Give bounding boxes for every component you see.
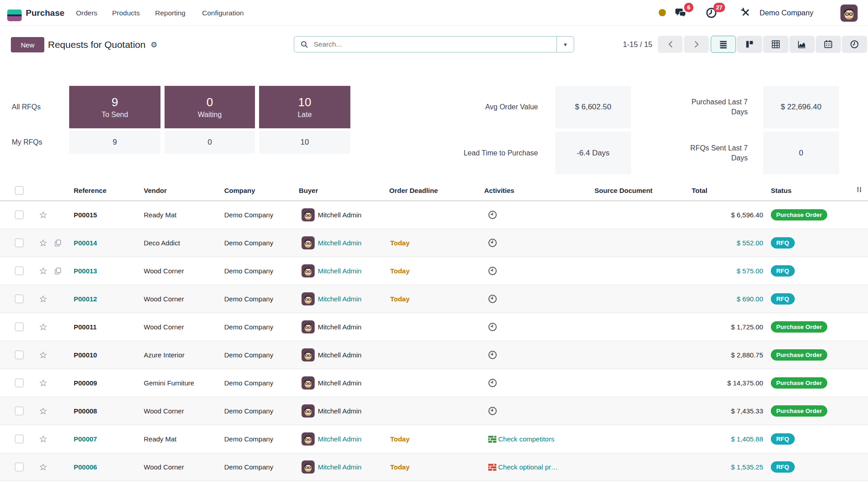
rfq-row[interactable]: ☆P00009Gemini FurnitureDemo CompanyMitch… — [0, 369, 868, 397]
column-status[interactable]: Status — [769, 180, 850, 201]
rfq-reference[interactable]: P00008 — [74, 407, 97, 415]
cell-settings-spacer — [850, 369, 868, 397]
presence-dot-icon[interactable] — [659, 9, 666, 16]
activity-button[interactable] — [488, 294, 497, 304]
activity-button[interactable] — [488, 322, 497, 332]
current-company[interactable]: Demo Company — [760, 0, 813, 26]
rfq-reference[interactable]: P00013 — [74, 267, 97, 275]
activity-button[interactable] — [488, 435, 497, 444]
rfq-reference[interactable]: P00011 — [74, 323, 97, 331]
kpi-my-to-send[interactable]: 9 — [69, 131, 160, 154]
column-reference[interactable]: Reference — [74, 180, 144, 201]
view-graph-button[interactable] — [789, 36, 815, 53]
rfq-reference[interactable]: P00007 — [74, 435, 97, 443]
activity-button[interactable] — [488, 350, 497, 360]
rfq-row[interactable]: ☆P00015Ready MatDemo CompanyMitchell Adm… — [0, 201, 868, 229]
row-checkbox[interactable] — [15, 463, 24, 471]
menu-products[interactable]: Products — [112, 0, 140, 26]
rfq-row[interactable]: ☆P00013Wood CornerDemo CompanyMitchell A… — [0, 257, 868, 285]
rfq-reference[interactable]: P00006 — [74, 463, 97, 471]
view-calendar-button[interactable] — [816, 36, 841, 53]
menu-configuration[interactable]: Configuration — [202, 0, 244, 26]
optional-columns-icon[interactable] — [855, 185, 863, 194]
favorite-star-icon[interactable]: ☆ — [39, 462, 47, 472]
activity-summary[interactable]: Check competitors — [498, 435, 554, 443]
rfq-row[interactable]: ☆P00012Wood CornerDemo CompanyMitchell A… — [0, 285, 868, 313]
cell-duplicate — [48, 481, 74, 488]
activity-button[interactable] — [488, 406, 497, 416]
column-activities[interactable]: Activities — [484, 180, 594, 201]
search-input[interactable] — [313, 40, 557, 49]
kpi-card-late[interactable]: 10 Late — [259, 86, 350, 128]
actions-gear-icon[interactable]: ⚙ — [151, 40, 157, 50]
row-checkbox[interactable] — [15, 435, 24, 443]
new-button[interactable]: New — [11, 37, 44, 52]
favorite-star-icon[interactable]: ☆ — [39, 350, 47, 360]
user-avatar[interactable] — [838, 5, 858, 22]
column-vendor[interactable]: Vendor — [144, 180, 224, 201]
view-activity-button[interactable] — [842, 36, 867, 53]
total-amount: $ 575.00 — [737, 267, 763, 275]
column-source-document[interactable]: Source Document — [594, 180, 692, 201]
rfq-row[interactable]: ☆P00007Ready MatDemo CompanyMitchell Adm… — [0, 425, 868, 453]
kpi-card-to-send[interactable]: 9 To Send — [69, 86, 160, 128]
rfq-reference[interactable]: P00012 — [74, 295, 97, 303]
select-all-checkbox[interactable] — [15, 186, 24, 195]
menu-reporting[interactable]: Reporting — [155, 0, 185, 26]
pager-previous-button[interactable] — [658, 36, 683, 53]
favorite-star-icon[interactable]: ☆ — [39, 434, 47, 444]
cell-status: RFQ — [769, 481, 850, 488]
row-checkbox[interactable] — [15, 407, 24, 415]
column-order-deadline[interactable]: Order Deadline — [389, 180, 484, 201]
kpi-my-late[interactable]: 10 — [259, 131, 350, 154]
column-company[interactable]: Company — [224, 180, 299, 201]
rfq-row-partial[interactable]: ☆RFQ — [0, 481, 868, 488]
favorite-star-icon[interactable]: ☆ — [39, 238, 47, 248]
rfq-row[interactable]: ☆P00010Azure InteriorDemo CompanyMitchel… — [0, 341, 868, 369]
activity-button[interactable] — [488, 463, 497, 472]
rfq-row[interactable]: ☆P00006Wood CornerDemo CompanyMitchell A… — [0, 453, 868, 481]
view-kanban-button[interactable] — [737, 36, 762, 53]
favorite-star-icon[interactable]: ☆ — [39, 378, 47, 388]
search-options-toggle[interactable]: ▾ — [557, 41, 574, 48]
cell-favorite: ☆ — [26, 313, 48, 341]
activity-button[interactable] — [488, 238, 497, 248]
pager-next-button[interactable] — [684, 36, 709, 53]
kpi-my-waiting[interactable]: 0 — [165, 131, 255, 154]
favorite-star-icon[interactable]: ☆ — [39, 322, 47, 332]
rfq-reference[interactable]: P00015 — [74, 211, 97, 219]
row-checkbox[interactable] — [15, 323, 24, 331]
column-total[interactable]: Total — [692, 180, 769, 201]
favorite-star-icon[interactable]: ☆ — [39, 210, 47, 220]
rfq-row[interactable]: ☆P00011Wood CornerDemo CompanyMitchell A… — [0, 313, 868, 341]
rfq-row[interactable]: ☆P00014Deco AddictDemo CompanyMitchell A… — [0, 229, 868, 257]
kpi-card-waiting[interactable]: 0 Waiting — [165, 86, 255, 128]
activity-summary[interactable]: Check optional pr… — [498, 463, 558, 471]
row-checkbox[interactable] — [15, 267, 24, 275]
cell-order-deadline: Today — [389, 425, 484, 453]
rfq-reference[interactable]: P00014 — [74, 239, 97, 247]
activity-button[interactable] — [488, 266, 497, 276]
row-checkbox[interactable] — [15, 211, 24, 219]
activity-button[interactable] — [488, 210, 497, 220]
row-checkbox[interactable] — [15, 379, 24, 387]
row-checkbox[interactable] — [15, 351, 24, 359]
view-pivot-button[interactable] — [763, 36, 788, 53]
rfq-reference[interactable]: P00009 — [74, 379, 97, 387]
menu-orders[interactable]: Orders — [76, 0, 97, 26]
favorite-star-icon[interactable]: ☆ — [39, 266, 47, 276]
activity-button[interactable] — [488, 378, 497, 388]
favorite-star-icon[interactable]: ☆ — [39, 406, 47, 416]
cell-status: Purchase Order — [769, 201, 850, 229]
favorite-star-icon[interactable]: ☆ — [39, 294, 47, 304]
rfq-row[interactable]: ☆P00008Wood CornerDemo CompanyMitchell A… — [0, 397, 868, 425]
row-checkbox[interactable] — [15, 239, 24, 247]
cell-order-deadline — [389, 201, 484, 229]
purchase-app-logo-icon[interactable] — [7, 9, 22, 21]
column-buyer[interactable]: Buyer — [299, 180, 389, 201]
row-checkbox[interactable] — [15, 295, 24, 303]
app-name[interactable]: Purchase — [26, 0, 65, 26]
rfq-reference[interactable]: P00010 — [74, 351, 97, 359]
tools-wrench-icon[interactable] — [740, 7, 751, 20]
view-list-button[interactable] — [711, 36, 736, 53]
